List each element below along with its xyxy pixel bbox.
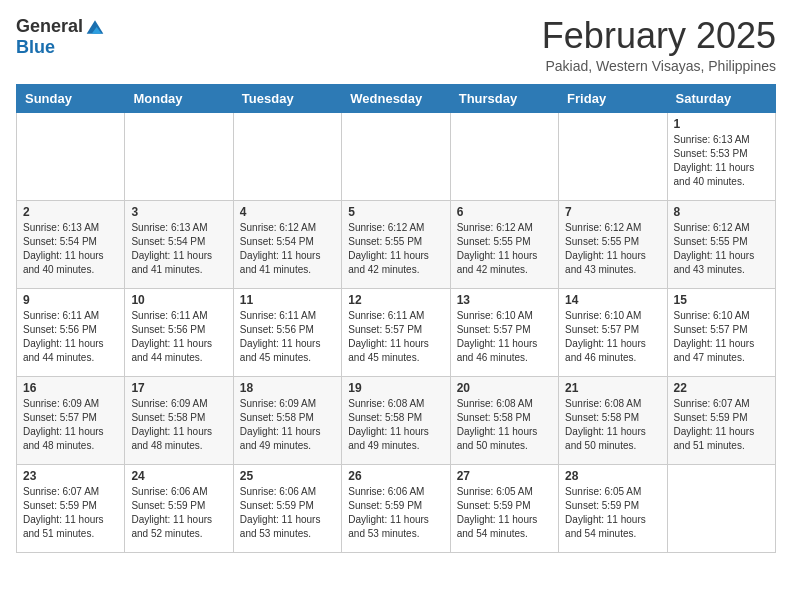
day-info: Sunrise: 6:11 AM Sunset: 5:57 PM Dayligh… (348, 309, 443, 365)
day-info: Sunrise: 6:10 AM Sunset: 5:57 PM Dayligh… (674, 309, 769, 365)
day-info: Sunrise: 6:11 AM Sunset: 5:56 PM Dayligh… (240, 309, 335, 365)
day-info: Sunrise: 6:08 AM Sunset: 5:58 PM Dayligh… (457, 397, 552, 453)
day-number: 26 (348, 469, 443, 483)
day-number: 1 (674, 117, 769, 131)
weekday-header-wednesday: Wednesday (342, 84, 450, 112)
calendar-cell: 20Sunrise: 6:08 AM Sunset: 5:58 PM Dayli… (450, 376, 558, 464)
day-number: 19 (348, 381, 443, 395)
day-number: 14 (565, 293, 660, 307)
calendar-week-row: 1Sunrise: 6:13 AM Sunset: 5:53 PM Daylig… (17, 112, 776, 200)
day-number: 5 (348, 205, 443, 219)
calendar-cell: 9Sunrise: 6:11 AM Sunset: 5:56 PM Daylig… (17, 288, 125, 376)
day-info: Sunrise: 6:10 AM Sunset: 5:57 PM Dayligh… (565, 309, 660, 365)
day-info: Sunrise: 6:10 AM Sunset: 5:57 PM Dayligh… (457, 309, 552, 365)
weekday-header-saturday: Saturday (667, 84, 775, 112)
calendar-table: SundayMondayTuesdayWednesdayThursdayFrid… (16, 84, 776, 553)
day-number: 13 (457, 293, 552, 307)
calendar-cell: 7Sunrise: 6:12 AM Sunset: 5:55 PM Daylig… (559, 200, 667, 288)
weekday-header-tuesday: Tuesday (233, 84, 341, 112)
day-number: 21 (565, 381, 660, 395)
logo: General Blue (16, 16, 105, 58)
day-number: 22 (674, 381, 769, 395)
calendar-cell: 19Sunrise: 6:08 AM Sunset: 5:58 PM Dayli… (342, 376, 450, 464)
day-info: Sunrise: 6:06 AM Sunset: 5:59 PM Dayligh… (348, 485, 443, 541)
calendar-cell (17, 112, 125, 200)
day-number: 11 (240, 293, 335, 307)
day-number: 2 (23, 205, 118, 219)
calendar-cell (559, 112, 667, 200)
title-block: February 2025 Pakiad, Western Visayas, P… (542, 16, 776, 74)
day-info: Sunrise: 6:12 AM Sunset: 5:54 PM Dayligh… (240, 221, 335, 277)
day-number: 18 (240, 381, 335, 395)
day-number: 12 (348, 293, 443, 307)
calendar-week-row: 23Sunrise: 6:07 AM Sunset: 5:59 PM Dayli… (17, 464, 776, 552)
calendar-cell: 11Sunrise: 6:11 AM Sunset: 5:56 PM Dayli… (233, 288, 341, 376)
day-info: Sunrise: 6:05 AM Sunset: 5:59 PM Dayligh… (457, 485, 552, 541)
day-number: 27 (457, 469, 552, 483)
day-number: 25 (240, 469, 335, 483)
calendar-cell: 23Sunrise: 6:07 AM Sunset: 5:59 PM Dayli… (17, 464, 125, 552)
day-number: 16 (23, 381, 118, 395)
calendar-cell: 16Sunrise: 6:09 AM Sunset: 5:57 PM Dayli… (17, 376, 125, 464)
day-info: Sunrise: 6:09 AM Sunset: 5:57 PM Dayligh… (23, 397, 118, 453)
calendar-cell: 22Sunrise: 6:07 AM Sunset: 5:59 PM Dayli… (667, 376, 775, 464)
calendar-cell (450, 112, 558, 200)
day-number: 15 (674, 293, 769, 307)
weekday-header-friday: Friday (559, 84, 667, 112)
weekday-header-sunday: Sunday (17, 84, 125, 112)
day-info: Sunrise: 6:09 AM Sunset: 5:58 PM Dayligh… (240, 397, 335, 453)
calendar-cell (667, 464, 775, 552)
day-number: 6 (457, 205, 552, 219)
day-info: Sunrise: 6:06 AM Sunset: 5:59 PM Dayligh… (131, 485, 226, 541)
calendar-week-row: 16Sunrise: 6:09 AM Sunset: 5:57 PM Dayli… (17, 376, 776, 464)
day-number: 20 (457, 381, 552, 395)
calendar-cell: 3Sunrise: 6:13 AM Sunset: 5:54 PM Daylig… (125, 200, 233, 288)
calendar-cell: 24Sunrise: 6:06 AM Sunset: 5:59 PM Dayli… (125, 464, 233, 552)
day-info: Sunrise: 6:07 AM Sunset: 5:59 PM Dayligh… (674, 397, 769, 453)
calendar-cell: 2Sunrise: 6:13 AM Sunset: 5:54 PM Daylig… (17, 200, 125, 288)
day-info: Sunrise: 6:12 AM Sunset: 5:55 PM Dayligh… (457, 221, 552, 277)
day-info: Sunrise: 6:13 AM Sunset: 5:54 PM Dayligh… (23, 221, 118, 277)
calendar-cell: 13Sunrise: 6:10 AM Sunset: 5:57 PM Dayli… (450, 288, 558, 376)
day-info: Sunrise: 6:05 AM Sunset: 5:59 PM Dayligh… (565, 485, 660, 541)
day-info: Sunrise: 6:13 AM Sunset: 5:53 PM Dayligh… (674, 133, 769, 189)
calendar-cell: 15Sunrise: 6:10 AM Sunset: 5:57 PM Dayli… (667, 288, 775, 376)
day-info: Sunrise: 6:11 AM Sunset: 5:56 PM Dayligh… (23, 309, 118, 365)
calendar-week-row: 2Sunrise: 6:13 AM Sunset: 5:54 PM Daylig… (17, 200, 776, 288)
logo-general-text: General (16, 16, 83, 37)
day-info: Sunrise: 6:12 AM Sunset: 5:55 PM Dayligh… (674, 221, 769, 277)
calendar-cell: 25Sunrise: 6:06 AM Sunset: 5:59 PM Dayli… (233, 464, 341, 552)
day-number: 7 (565, 205, 660, 219)
month-title: February 2025 (542, 16, 776, 56)
calendar-cell (233, 112, 341, 200)
day-info: Sunrise: 6:12 AM Sunset: 5:55 PM Dayligh… (565, 221, 660, 277)
day-info: Sunrise: 6:06 AM Sunset: 5:59 PM Dayligh… (240, 485, 335, 541)
day-info: Sunrise: 6:12 AM Sunset: 5:55 PM Dayligh… (348, 221, 443, 277)
calendar-cell: 4Sunrise: 6:12 AM Sunset: 5:54 PM Daylig… (233, 200, 341, 288)
logo-icon (85, 17, 105, 37)
weekday-header-monday: Monday (125, 84, 233, 112)
day-number: 3 (131, 205, 226, 219)
calendar-cell: 26Sunrise: 6:06 AM Sunset: 5:59 PM Dayli… (342, 464, 450, 552)
day-number: 10 (131, 293, 226, 307)
day-number: 28 (565, 469, 660, 483)
logo-blue-text: Blue (16, 37, 55, 58)
calendar-cell: 14Sunrise: 6:10 AM Sunset: 5:57 PM Dayli… (559, 288, 667, 376)
calendar-cell: 5Sunrise: 6:12 AM Sunset: 5:55 PM Daylig… (342, 200, 450, 288)
calendar-cell: 27Sunrise: 6:05 AM Sunset: 5:59 PM Dayli… (450, 464, 558, 552)
calendar-cell: 18Sunrise: 6:09 AM Sunset: 5:58 PM Dayli… (233, 376, 341, 464)
weekday-header-row: SundayMondayTuesdayWednesdayThursdayFrid… (17, 84, 776, 112)
day-info: Sunrise: 6:11 AM Sunset: 5:56 PM Dayligh… (131, 309, 226, 365)
calendar-cell (342, 112, 450, 200)
page-header: General Blue February 2025 Pakiad, Weste… (16, 16, 776, 74)
day-number: 4 (240, 205, 335, 219)
calendar-cell: 10Sunrise: 6:11 AM Sunset: 5:56 PM Dayli… (125, 288, 233, 376)
day-number: 24 (131, 469, 226, 483)
weekday-header-thursday: Thursday (450, 84, 558, 112)
day-number: 23 (23, 469, 118, 483)
calendar-cell: 1Sunrise: 6:13 AM Sunset: 5:53 PM Daylig… (667, 112, 775, 200)
location-subtitle: Pakiad, Western Visayas, Philippines (542, 58, 776, 74)
calendar-cell: 17Sunrise: 6:09 AM Sunset: 5:58 PM Dayli… (125, 376, 233, 464)
calendar-cell: 12Sunrise: 6:11 AM Sunset: 5:57 PM Dayli… (342, 288, 450, 376)
day-number: 8 (674, 205, 769, 219)
